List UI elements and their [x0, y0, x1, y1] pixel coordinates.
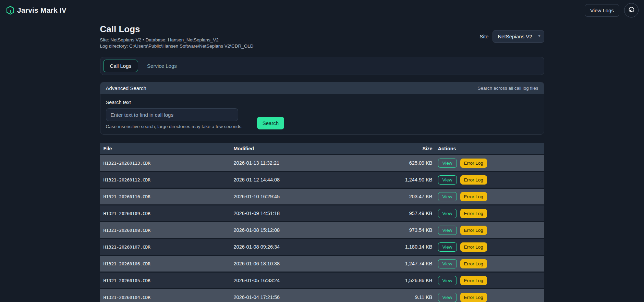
- table-row: H1321-20260105.CDR 2026-01-05 16:33:24 1…: [100, 273, 544, 288]
- table-row: H1321-20260106.CDR 2026-01-06 18:10:38 1…: [100, 256, 544, 272]
- search-row: Case-insensitive search; large directori…: [106, 108, 538, 129]
- hexagon-box-logo-icon: [6, 6, 14, 15]
- table-row: H1321-20260113.CDR 2026-01-13 11:32:21 6…: [100, 155, 544, 171]
- file-name: H1321-20260104.CDR: [104, 295, 234, 300]
- column-header-modified: Modified: [234, 146, 350, 151]
- table-row: H1321-20260112.CDR 2026-01-12 14:44:08 1…: [100, 172, 544, 188]
- file-size: 973.54 KB: [350, 227, 433, 233]
- tab-call-logs[interactable]: Call Logs: [103, 60, 138, 72]
- site-select[interactable]: NetSepians V2 ▾: [493, 30, 544, 43]
- file-name: H1321-20260108.CDR: [104, 228, 234, 233]
- view-button[interactable]: View: [438, 276, 457, 285]
- file-size: 203.47 KB: [350, 194, 433, 199]
- file-size: 9.11 KB: [350, 294, 433, 300]
- table-row: H1321-20260109.CDR 2026-01-09 14:51:18 9…: [100, 205, 544, 221]
- row-actions: View Error Log: [433, 226, 544, 235]
- search-button[interactable]: Search: [257, 117, 284, 129]
- shell-icon: [628, 6, 635, 15]
- view-button[interactable]: View: [438, 259, 457, 268]
- view-button[interactable]: View: [438, 192, 457, 201]
- app-header: Jarvis Mark IV View Logs: [0, 0, 644, 21]
- tab-service-logs[interactable]: Service Logs: [140, 60, 184, 72]
- page-head-left: Call Logs Site: NetSepians V2 • Database…: [100, 24, 254, 49]
- modified-date: 2026-01-09 14:51:18: [234, 211, 350, 216]
- column-header-size: Size: [350, 146, 433, 151]
- view-logs-button[interactable]: View Logs: [585, 4, 619, 17]
- appbar-actions: View Logs: [585, 3, 639, 17]
- view-button[interactable]: View: [438, 209, 457, 218]
- column-header-actions: Actions: [433, 146, 544, 151]
- table-body: H1321-20260113.CDR 2026-01-13 11:32:21 6…: [100, 155, 544, 302]
- file-name: H1321-20260112.CDR: [104, 177, 234, 183]
- row-actions: View Error Log: [433, 175, 544, 185]
- log-type-tabs: Call Logs Service Logs: [100, 57, 544, 75]
- advanced-search-hint: Search across all call log files: [477, 86, 538, 91]
- file-name: H1321-20260110.CDR: [104, 194, 234, 199]
- error-log-button[interactable]: Error Log: [460, 293, 487, 302]
- modified-date: 2026-01-12 14:44:08: [234, 177, 350, 183]
- row-actions: View Error Log: [433, 293, 544, 302]
- app-title: Jarvis Mark IV: [17, 6, 66, 14]
- search-input-column: Case-insensitive search; large directori…: [106, 108, 243, 129]
- page-title: Call Logs: [100, 24, 254, 35]
- modified-date: 2026-01-05 16:33:24: [234, 278, 350, 283]
- file-name: H1321-20260113.CDR: [104, 161, 234, 166]
- row-actions: View Error Log: [433, 276, 544, 285]
- table-header-row: File Modified Size Actions: [100, 143, 544, 154]
- view-button[interactable]: View: [438, 242, 457, 252]
- call-log-files-table: File Modified Size Actions H1321-2026011…: [100, 143, 544, 302]
- table-row: H1321-20260108.CDR 2026-01-08 15:12:08 9…: [100, 222, 544, 238]
- log-directory-subtitle: Log directory: C:\Users\Public\Hansen So…: [100, 43, 254, 49]
- file-size: 1,180.14 KB: [350, 244, 433, 250]
- modified-date: 2026-01-10 16:29:45: [234, 194, 350, 199]
- modified-date: 2026-01-08 09:26:34: [234, 244, 350, 250]
- error-log-button[interactable]: Error Log: [460, 209, 487, 218]
- column-header-file: File: [104, 146, 234, 151]
- theme-toggle-button[interactable]: [624, 3, 639, 17]
- row-actions: View Error Log: [433, 259, 544, 268]
- search-input[interactable]: [106, 108, 238, 121]
- error-log-button[interactable]: Error Log: [460, 175, 487, 185]
- file-size: 1,244.90 KB: [350, 177, 433, 183]
- file-name: H1321-20260109.CDR: [104, 211, 234, 216]
- view-button[interactable]: View: [438, 175, 457, 185]
- file-size: 625.09 KB: [350, 160, 433, 166]
- file-name: H1321-20260106.CDR: [104, 261, 234, 266]
- page-head: Call Logs Site: NetSepians V2 • Database…: [100, 24, 544, 49]
- view-button[interactable]: View: [438, 226, 457, 235]
- chevron-down-icon: ▾: [538, 34, 540, 38]
- site-picker: Site NetSepians V2 ▾: [480, 29, 544, 43]
- table-row: H1321-20260107.CDR 2026-01-08 09:26:34 1…: [100, 239, 544, 255]
- site-select-value: NetSepians V2: [498, 34, 532, 39]
- error-log-button[interactable]: Error Log: [460, 159, 487, 168]
- modified-date: 2026-01-06 18:10:38: [234, 261, 350, 266]
- modified-date: 2026-01-13 11:32:21: [234, 160, 350, 166]
- site-label: Site: [480, 34, 489, 39]
- brand: Jarvis Mark IV: [6, 6, 66, 15]
- error-log-button[interactable]: Error Log: [460, 192, 487, 201]
- error-log-button[interactable]: Error Log: [460, 276, 487, 285]
- search-help-text: Case-insensitive search; large directori…: [106, 124, 243, 129]
- view-button[interactable]: View: [438, 293, 457, 302]
- error-log-button[interactable]: Error Log: [460, 226, 487, 235]
- advanced-search-panel: Advanced Search Search across all call l…: [100, 82, 544, 135]
- view-button[interactable]: View: [438, 159, 457, 168]
- file-size: 1,526.86 KB: [350, 278, 433, 283]
- file-name: H1321-20260107.CDR: [104, 244, 234, 250]
- modified-date: 2026-01-04 17:21:56: [234, 294, 350, 300]
- error-log-button[interactable]: Error Log: [460, 259, 487, 268]
- file-size: 957.49 KB: [350, 211, 433, 216]
- table-row: H1321-20260110.CDR 2026-01-10 16:29:45 2…: [100, 189, 544, 204]
- advanced-search-header: Advanced Search Search across all call l…: [100, 82, 544, 94]
- row-actions: View Error Log: [433, 159, 544, 168]
- table-row: H1321-20260104.CDR 2026-01-04 17:21:56 9…: [100, 289, 544, 302]
- error-log-button[interactable]: Error Log: [460, 242, 487, 252]
- advanced-search-body: Search text Case-insensitive search; lar…: [100, 94, 544, 134]
- row-actions: View Error Log: [433, 242, 544, 252]
- row-actions: View Error Log: [433, 192, 544, 201]
- advanced-search-title: Advanced Search: [106, 85, 146, 91]
- modified-date: 2026-01-08 15:12:08: [234, 227, 350, 233]
- site-database-subtitle: Site: NetSepians V2 • Database: Hansen_N…: [100, 37, 254, 43]
- search-text-label: Search text: [106, 100, 538, 105]
- row-actions: View Error Log: [433, 209, 544, 218]
